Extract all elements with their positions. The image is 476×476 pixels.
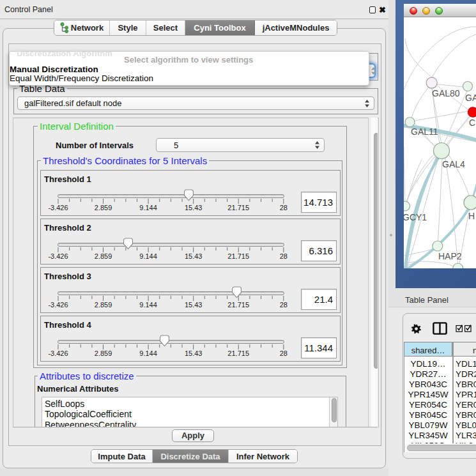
svg-text:GA: GA [465, 93, 476, 103]
svg-text:GAL80: GAL80 [432, 88, 460, 98]
svg-text:GAL11: GAL11 [411, 127, 438, 137]
svg-text:HAP2: HAP2 [438, 251, 462, 261]
svg-text:H: H [468, 211, 475, 221]
svg-text:C: C [469, 118, 475, 128]
svg-text:GCY1: GCY1 [404, 212, 427, 222]
svg-text:GAL4: GAL4 [442, 159, 465, 169]
